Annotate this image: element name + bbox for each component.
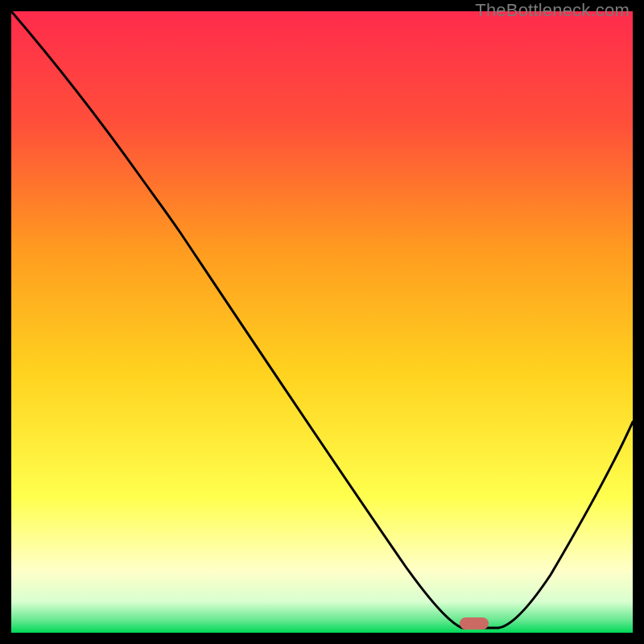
bottleneck-chart <box>11 11 633 633</box>
gradient-background <box>11 11 633 633</box>
optimum-marker <box>460 617 489 630</box>
watermark-text: TheBottleneck.com <box>475 0 630 21</box>
chart-frame <box>11 11 633 633</box>
